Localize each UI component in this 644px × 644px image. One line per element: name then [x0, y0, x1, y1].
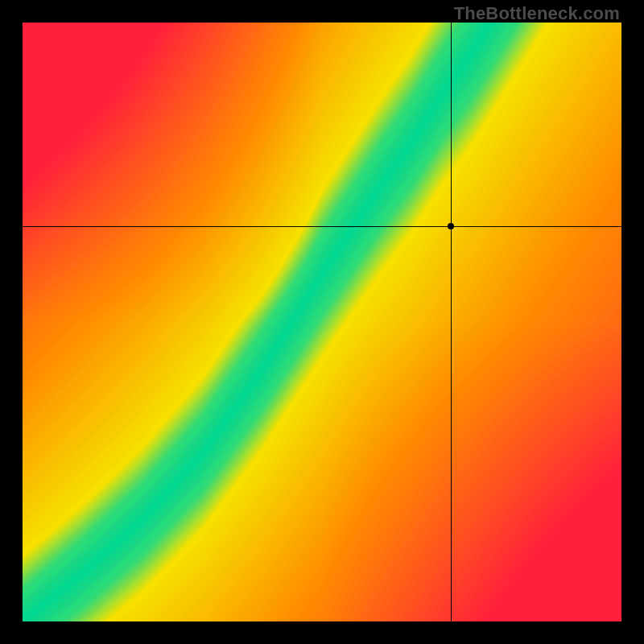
- heatmap-canvas: [23, 23, 621, 621]
- crosshair-vertical: [451, 23, 452, 621]
- crosshair-horizontal: [23, 226, 621, 227]
- credit-label: TheBottleneck.com: [454, 3, 620, 24]
- plot-area: [23, 23, 621, 621]
- chart-frame: TheBottleneck.com: [0, 0, 644, 644]
- marker-dot: [448, 223, 454, 229]
